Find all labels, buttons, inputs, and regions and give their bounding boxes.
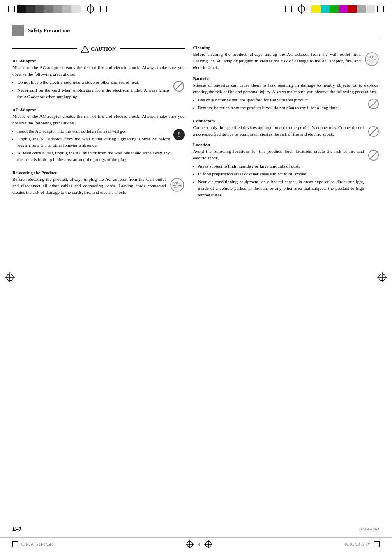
ac-adaptor-2-bullets-block: Insert the AC adaptor into the wall outl… <box>12 128 185 167</box>
svg-text:8-: 8- <box>174 186 177 189</box>
svg-line-19 <box>369 127 378 136</box>
location-bullet-3: Near air conditioning equipment, on a he… <box>198 179 364 198</box>
caution-label: CAUTION <box>91 46 116 52</box>
left-column: ! CAUTION AC Adaptor Misuse of the AC ad… <box>12 45 185 201</box>
ac-adaptor-1-bullet-1: Do not locate the electric cord near a s… <box>17 79 169 86</box>
connectors-body-block: Connect only the specified devices and e… <box>193 124 380 139</box>
location-bullets: Areas subject to high humidity or large … <box>198 163 364 198</box>
bar-magenta <box>339 5 348 13</box>
bottom-center-marks: 4 <box>186 540 212 548</box>
batteries-bullets-block: Use only batteries that are specified fo… <box>193 97 380 115</box>
location-content: Avoid the following locations for this p… <box>193 148 364 201</box>
svg-line-17 <box>369 100 378 108</box>
file-info: CTK230_E01-07.p65 <box>21 542 53 546</box>
cleaning-section: Cleaning Before cleaning the product, al… <box>193 45 380 73</box>
corner-mark-tr <box>377 6 384 12</box>
relocating-body: Before relocating the product, always un… <box>12 176 166 196</box>
right-crosshair <box>377 272 387 283</box>
bar-lt-gray <box>62 5 71 13</box>
bar-dk-gray <box>35 5 44 13</box>
ac-cleaning-icon: AC 8- <box>364 51 380 68</box>
batteries-bullets: Use only batteries that are specified fo… <box>198 97 364 113</box>
caution-text-block: ! CAUTION <box>77 45 120 53</box>
svg-text:!: ! <box>84 48 85 52</box>
ac-relocating-icon: AC 8- <box>169 177 185 193</box>
bar-silver <box>357 5 366 13</box>
caution-triangle-icon: ! <box>81 45 89 53</box>
corner-mark-bl <box>12 541 18 547</box>
cleaning-body-block: Before cleaning the product, always unpl… <box>193 51 380 73</box>
batteries-title: Batteries <box>193 76 380 81</box>
connectors-body: Connect only the specified devices and e… <box>193 124 364 138</box>
footer-row: E-4 277A-E-006A <box>0 526 392 532</box>
ac-adaptor-2-title: AC Adaptor <box>12 107 185 112</box>
location-bullet-1: Areas subject to high humidity or large … <box>198 163 364 170</box>
corner-mark-br <box>374 541 380 547</box>
bottom-right-marks: 03.10.7, 3:53 PM <box>345 541 380 547</box>
batteries-body: Misuse of batteries can cause them to le… <box>193 82 380 95</box>
ac-adaptor-1-section: AC Adaptor Misuse of the AC adaptor crea… <box>12 58 185 104</box>
location-title: Location <box>193 142 380 147</box>
connectors-title: Connectors <box>193 118 380 123</box>
right-color-bars <box>311 5 375 13</box>
location-bullet-2: In food preparation areas or other areas… <box>198 171 364 177</box>
no-symbol-icon-batteries <box>367 98 380 110</box>
bar-lighter-gray <box>71 5 81 13</box>
caution-header: ! CAUTION <box>12 45 185 53</box>
bar-green <box>330 5 339 13</box>
relocating-body-block: Before relocating the product, always un… <box>12 176 185 198</box>
cleaning-body: Before cleaning the product, always unpl… <box>193 51 361 71</box>
crosshair-right <box>297 4 307 14</box>
section-icon <box>12 25 24 36</box>
section-title: Safety Precautions <box>28 27 70 34</box>
ac-adaptor-1-body: Misuse of the AC adaptor creates the ris… <box>12 64 185 78</box>
bar-yellow <box>311 5 321 13</box>
bar-red <box>348 5 357 13</box>
svg-text:AC: AC <box>369 55 374 59</box>
section-header: Safety Precautions <box>12 25 380 39</box>
svg-line-9 <box>175 82 183 90</box>
no-symbol-icon-1 <box>173 80 185 92</box>
ac-adaptor-2-bullet-1: Insert the AC adaptor into the wall outl… <box>17 128 170 135</box>
crosshair-bottom-left <box>186 540 194 548</box>
bottom-bar: CTK230_E01-07.p65 4 03.10.7, 3:53 PM <box>0 537 392 548</box>
timestamp: 03.10.7, 3:53 PM <box>345 542 371 546</box>
ac-adaptor-1-bullet-2: Never pull on the cord when unplugging f… <box>17 87 169 100</box>
crosshair-left <box>85 4 95 14</box>
page: Safety Precautions ! CAUTION <box>0 0 392 555</box>
page-number: 4 <box>198 542 200 546</box>
relocating-section: Relocating the Product Before relocating… <box>12 170 185 198</box>
main-content: Safety Precautions ! CAUTION <box>0 16 392 209</box>
caution-line-left <box>12 48 77 49</box>
left-crosshair <box>5 272 15 283</box>
bar-gray <box>53 5 62 13</box>
corner-mark-tr-inner <box>100 6 107 12</box>
location-body-block: Avoid the following locations for this p… <box>193 148 380 201</box>
ac-adaptor-2-body: Misuse of the AC adaptor creates the ris… <box>12 113 185 127</box>
bottom-left-marks: CTK230_E01-07.p65 <box>12 541 53 547</box>
connectors-section: Connectors Connect only the specified de… <box>193 118 380 139</box>
bar-white <box>366 5 375 13</box>
bar-md-gray <box>44 5 53 13</box>
ac-adaptor-2-bullets: Insert the AC adaptor into the wall outl… <box>17 128 170 165</box>
svg-line-21 <box>369 151 378 159</box>
ac-adaptor-2-bullet-3: At least once a year, unplug the AC adap… <box>17 150 170 163</box>
top-right-marks <box>285 4 384 14</box>
relocating-title: Relocating the Product <box>12 170 185 175</box>
bar-black1 <box>17 5 26 13</box>
left-color-bars <box>17 5 81 13</box>
top-registration-row <box>0 0 392 16</box>
location-section: Location Avoid the following locations f… <box>193 142 380 201</box>
ac-adaptor-1-bullets-block: Do not locate the electric cord near a s… <box>12 79 185 104</box>
svg-text:8-: 8- <box>369 60 372 63</box>
crosshair-bottom-right <box>204 540 212 548</box>
caution-line-right <box>120 48 184 49</box>
ac-adaptor-1-title: AC Adaptor <box>12 58 185 63</box>
ac-adaptor-1-bullets: Do not locate the electric cord near a s… <box>17 79 169 101</box>
svg-point-10 <box>171 178 184 191</box>
two-column-layout: ! CAUTION AC Adaptor Misuse of the AC ad… <box>12 45 380 201</box>
svg-text:AC: AC <box>175 181 180 185</box>
bar-cyan <box>321 5 330 13</box>
doc-code: 277A-E-006A <box>359 527 380 531</box>
batteries-bullet-1: Use only batteries that are specified fo… <box>198 97 364 104</box>
